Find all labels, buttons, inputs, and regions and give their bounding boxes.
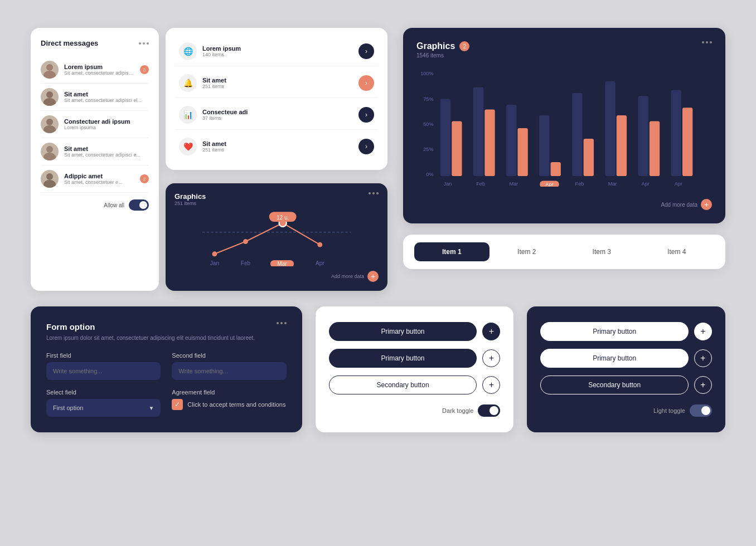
big-graphics-card: Graphics 2 1546 items 100% 75% 50% 25% [403,28,725,223]
form-more-options[interactable] [277,322,287,324]
second-field: Second field [172,352,286,380]
notif-name: Sit amet [202,140,353,147]
direct-messages-card: Direct messages Lorem ipsum Sit amet, co… [31,28,159,291]
big-graphics-sub: 1546 items [416,52,469,58]
form-card: Form option Lorem ipsum dolor sit amet, … [31,306,302,432]
big-add-button[interactable]: + [701,199,712,210]
message-preview: Lorem ipsuma [64,125,149,130]
svg-rect-17 [440,99,450,177]
light-toggle[interactable] [690,404,712,417]
dark-toggle-label: Dark toggle [442,407,473,414]
icon-add-button-2[interactable]: + [482,349,500,367]
big-graphics-more[interactable] [702,41,712,43]
message-item[interactable]: Constectuer adi ipsum Lorem ipsuma [41,111,149,138]
notification-item[interactable]: 📊 Consecteue adi 37 items › [175,100,379,130]
light-button-card: Primary button + Primary button + Second… [527,306,725,432]
arrow-button[interactable]: › [358,75,374,91]
notif-sub: 251 items [202,147,353,153]
select-field-label: Select field [46,389,161,396]
icon-add-button-light-3[interactable]: + [694,376,712,394]
message-item[interactable]: Lorem ipsum Sit amet, consectetuer adipi… [41,56,149,84]
svg-text:Apr: Apr [642,181,650,187]
message-preview: Sit amet, consectetuer adipisci el... [64,98,149,103]
arrow-button[interactable]: › [358,107,374,123]
svg-point-2 [243,239,248,244]
primary-button-2[interactable]: Primary button [329,349,477,368]
message-item[interactable]: Sit amet Sit amet, consectetuer adipisci… [41,84,149,111]
avatar [41,170,59,188]
allow-all-toggle[interactable] [129,199,149,211]
secondary-button-light[interactable]: Secondary button [540,376,689,394]
svg-text:12 u.: 12 u. [277,214,289,221]
notif-sub: 140 items [202,52,353,57]
notification-item[interactable]: 🌐 Lorem ipsum 140 items › [175,37,379,66]
avatar [41,115,59,133]
message-name: Sit amet [64,91,149,98]
notification-item[interactable]: ❤️ Sit amet 251 items › [175,132,379,161]
tab-item-2[interactable]: Item 2 [490,242,565,261]
select-input[interactable]: First option [46,399,161,417]
primary-button-1[interactable]: Primary button [329,322,477,341]
svg-rect-20 [484,109,495,176]
light-toggle-label: Light toggle [653,407,685,414]
small-graphics-more[interactable] [369,192,379,194]
second-field-input[interactable] [172,362,286,380]
svg-text:Mar: Mar [277,261,287,266]
arrow-button[interactable]: › [358,43,374,59]
small-graphics-title: Graphics [175,192,206,201]
primary-button-light-1[interactable]: Primary button [540,322,689,341]
tab-item-1[interactable]: Item 1 [414,242,490,261]
icon-add-button-light-1[interactable]: + [694,323,712,340]
svg-rect-22 [517,128,527,176]
svg-rect-19 [473,87,483,177]
add-more-data-label: Add more data [331,274,364,279]
form-title: Form option [46,322,95,332]
unread-badge: 3 [140,65,149,74]
svg-text:Feb: Feb [575,181,584,187]
icon-add-button-3[interactable]: + [482,376,500,394]
icon-add-button-light-2[interactable]: + [694,349,712,367]
svg-point-4 [317,242,322,247]
svg-rect-21 [506,105,516,176]
first-field-label: First field [46,352,161,359]
dark-toggle[interactable] [478,404,500,417]
second-field-label: Second field [172,352,286,359]
first-field-input[interactable] [46,362,161,380]
svg-rect-18 [452,121,462,176]
icon-add-button-1[interactable]: + [482,323,500,340]
notif-name: Consecteue adi [202,109,353,115]
agreement-field: Agreement field ✓ Click to accept terms … [172,389,286,417]
message-preview: Sit amet, consectetuer e... [64,179,134,185]
direct-messages-title: Direct messages [41,39,98,47]
big-add-label: Add more data [661,202,697,208]
message-item[interactable]: Adippic amet Sit amet, consectetuer e...… [41,165,149,193]
avatar [41,61,59,79]
svg-point-1 [212,251,217,256]
notification-item[interactable]: 🔔 Sit amet 251 items › [175,69,379,98]
notif-name: Lorem ipsum [202,45,353,52]
svg-text:50%: 50% [423,121,433,127]
message-name: Lorem ipsum [64,64,134,70]
bar-chart: 100% 75% 50% 25% 0% [416,70,712,192]
svg-rect-29 [638,96,648,176]
notif-name: Sit amet [202,77,353,84]
svg-rect-32 [682,108,692,176]
agreement-field-label: Agreement field [172,389,286,396]
message-item[interactable]: Sit amet Sit amet, consectetuer adipisci… [41,138,149,165]
notif-icon-bell: 🔔 [179,74,197,92]
add-data-button[interactable]: + [367,271,379,282]
arrow-button[interactable]: › [358,139,374,154]
small-graphics-sub: 251 items [175,201,206,206]
svg-text:Feb: Feb [241,260,251,266]
tab-item-4[interactable]: Item 4 [639,242,715,261]
message-name: Adippic amet [64,173,134,179]
svg-text:Mar: Mar [509,181,518,187]
secondary-button[interactable]: Secondary button [329,376,477,394]
notifications-card: 🌐 Lorem ipsum 140 items › 🔔 Sit amet 251… [166,28,387,170]
message-preview: Sit amet, consectetuer adipisci e... [64,152,149,158]
checkbox-icon[interactable]: ✓ [172,399,183,410]
svg-text:Apr: Apr [675,181,682,187]
tab-item-3[interactable]: Item 3 [564,242,639,261]
primary-button-light-2[interactable]: Primary button [540,349,689,368]
more-options-button[interactable] [139,42,149,45]
